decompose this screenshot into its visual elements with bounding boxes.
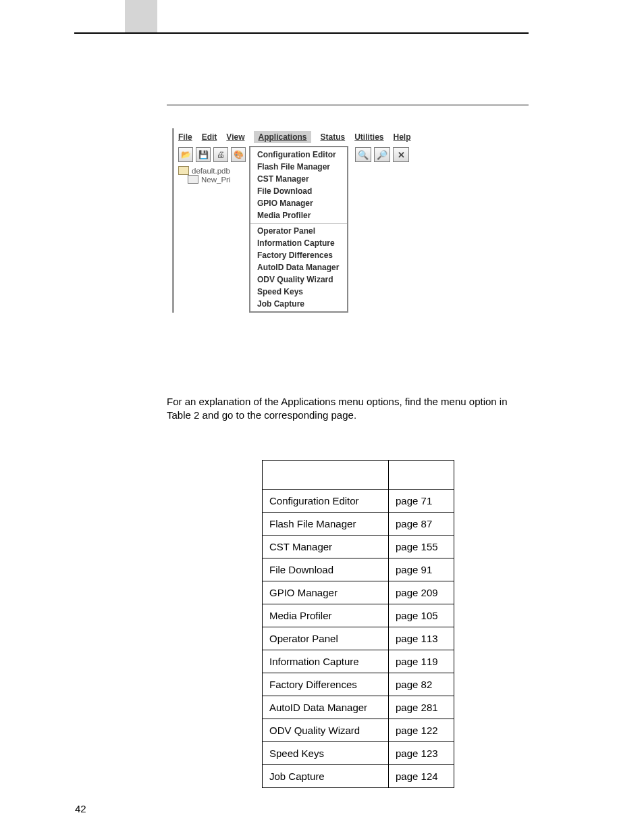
dd-odv-quality-wizard[interactable]: ODV Quality Wizard (250, 273, 347, 286)
close-icon[interactable]: ✕ (393, 147, 409, 162)
toolbar-row: 📂 💾 🖨 🎨 default.pdb New_Pri (174, 146, 413, 313)
table-row: GPIO Managerpage 209 (263, 581, 454, 604)
dd-job-capture[interactable]: Job Capture (250, 298, 347, 310)
menubar: File Edit View Applications Status Utili… (174, 128, 413, 146)
table-cell-option: AutoID Data Manager (263, 696, 389, 719)
table-row: Factory Differencespage 82 (263, 673, 454, 696)
table-cell-page: page 122 (389, 719, 454, 742)
tree-child-label: New_Pri (201, 176, 230, 184)
dd-gpio-manager[interactable]: GPIO Manager (250, 197, 347, 209)
top-rule (74, 32, 529, 34)
table-cell-page: page 71 (389, 490, 454, 513)
folder-icon (178, 166, 189, 175)
tree-child[interactable]: New_Pri (188, 175, 249, 184)
menu-edit[interactable]: Edit (202, 132, 217, 142)
dd-media-profiler[interactable]: Media Profiler (250, 209, 347, 221)
table-cell-option: Operator Panel (263, 627, 389, 650)
right-toolbar: 🔍 🔎 ✕ (348, 146, 413, 162)
table-cell-page: page 82 (389, 673, 454, 696)
table-row: ODV Quality Wizardpage 122 (263, 719, 454, 742)
table-header-page (389, 461, 454, 490)
zoom-out-icon[interactable]: 🔎 (374, 147, 390, 162)
dd-operator-panel[interactable]: Operator Panel (250, 225, 347, 237)
table-cell-page: page 91 (389, 558, 454, 581)
table-cell-option: Job Capture (263, 765, 389, 788)
table-cell-page: page 87 (389, 513, 454, 536)
table-cell-option: Factory Differences (263, 673, 389, 696)
table-cell-page: page 113 (389, 627, 454, 650)
table-cell-option: Media Profiler (263, 604, 389, 627)
page: File Edit View Applications Status Utili… (0, 0, 644, 834)
dd-information-capture[interactable]: Information Capture (250, 237, 347, 249)
left-column: 📂 💾 🖨 🎨 default.pdb New_Pri (174, 146, 249, 184)
tree-root[interactable]: default.pdb (178, 166, 249, 175)
table-cell-page: page 155 (389, 536, 454, 558)
menu-status[interactable]: Status (321, 132, 346, 142)
table-cell-option: ODV Quality Wizard (263, 719, 389, 742)
menu-applications[interactable]: Applications (254, 131, 311, 143)
table-cell-page: page 105 (389, 604, 454, 627)
table-body: Configuration Editorpage 71Flash File Ma… (263, 490, 454, 788)
dd-file-download[interactable]: File Download (250, 185, 347, 197)
reference-table: Configuration Editorpage 71Flash File Ma… (262, 460, 454, 788)
table-row: Media Profilerpage 105 (263, 604, 454, 627)
applications-menu-screenshot: File Edit View Applications Status Utili… (172, 128, 413, 313)
table-cell-page: page 124 (389, 765, 454, 788)
palette-icon[interactable]: 🎨 (231, 147, 246, 162)
tree-root-label: default.pdb (192, 167, 230, 175)
table-cell-page: page 281 (389, 696, 454, 719)
table-cell-option: Information Capture (263, 650, 389, 673)
menu-file[interactable]: File (178, 132, 192, 142)
table-row: Operator Panelpage 113 (263, 627, 454, 650)
table-row: Flash File Managerpage 87 (263, 513, 454, 536)
menu-view[interactable]: View (226, 132, 244, 142)
table-header-option (263, 461, 389, 490)
new-printer-icon[interactable]: 🖨 (213, 147, 228, 162)
table-cell-page: page 123 (389, 742, 454, 765)
table-row: AutoID Data Managerpage 281 (263, 696, 454, 719)
dropdown-separator (250, 223, 347, 224)
table-cell-page: page 209 (389, 581, 454, 604)
printer-tree: default.pdb New_Pri (178, 166, 249, 184)
table-cell-option: GPIO Manager (263, 581, 389, 604)
applications-dropdown: Configuration Editor Flash File Manager … (249, 146, 348, 313)
table-cell-option: Configuration Editor (263, 490, 389, 513)
table-row: CST Managerpage 155 (263, 536, 454, 558)
table-cell-page: page 119 (389, 650, 454, 673)
menu-utilities[interactable]: Utilities (354, 132, 383, 142)
table-cell-option: File Download (263, 558, 389, 581)
table-cell-option: Flash File Manager (263, 513, 389, 536)
open-icon[interactable]: 📂 (178, 147, 193, 162)
section-rule (167, 105, 529, 105)
dd-factory-differences[interactable]: Factory Differences (250, 249, 347, 261)
page-number: 42 (75, 803, 86, 814)
explanation-paragraph: For an explanation of the Applications m… (167, 395, 529, 423)
table-cell-option: Speed Keys (263, 742, 389, 765)
printer-icon (188, 175, 198, 184)
zoom-in-icon[interactable]: 🔍 (355, 147, 371, 162)
table-row: Job Capturepage 124 (263, 765, 454, 788)
menu-help[interactable]: Help (394, 132, 411, 142)
dd-autoid-data-manager[interactable]: AutoID Data Manager (250, 261, 347, 273)
table-header-row (263, 461, 454, 490)
dd-flash-file-manager[interactable]: Flash File Manager (250, 161, 347, 173)
dd-cst-manager[interactable]: CST Manager (250, 173, 347, 185)
table-row: Information Capturepage 119 (263, 650, 454, 673)
table-row: Speed Keyspage 123 (263, 742, 454, 765)
save-icon[interactable]: 💾 (196, 147, 211, 162)
table-row: File Downloadpage 91 (263, 558, 454, 581)
left-toolbar: 📂 💾 🖨 🎨 (178, 147, 249, 162)
dd-configuration-editor[interactable]: Configuration Editor (250, 149, 347, 161)
dd-speed-keys[interactable]: Speed Keys (250, 286, 347, 298)
table-row: Configuration Editorpage 71 (263, 490, 454, 513)
table-cell-option: CST Manager (263, 536, 389, 558)
chapter-tab (125, 0, 157, 32)
